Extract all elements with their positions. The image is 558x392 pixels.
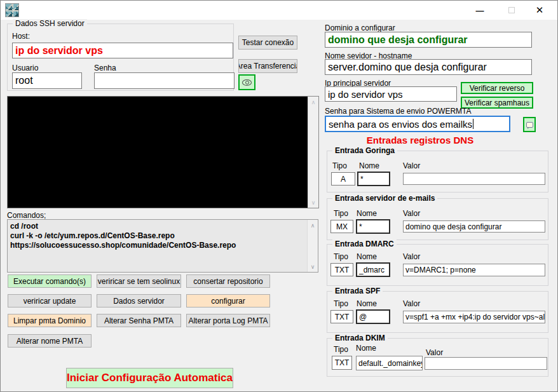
valor-column-label: Valor [403,252,420,261]
verify-spamhaus-button[interactable]: Verificar spamhaus [461,97,533,109]
command-line: curl -k -o /etc/yum.repos.d/CentOS-Base.… [10,231,305,241]
dns-valor-input[interactable]: v=spf1 +a +mx +ip4:ip do servidor vps~al [403,311,545,323]
command-line: cd /root [10,222,305,231]
nome-column-label: Nome [357,209,377,218]
title-bar: — ✕ [1,1,557,20]
verify-reverse-button[interactable]: Verificar reverso [461,82,533,94]
valor-column-label: Valor [403,161,420,170]
host-input[interactable]: ip do servidor vps [12,43,233,58]
dns-group-title: Entrada servidor de e-mails [332,194,437,203]
dns-group-dkim: Entrada DKIM Tipo Nome Valor TXT default… [327,338,548,377]
valor-column-label: Valor [403,209,420,218]
dns-nome-input[interactable]: default._domainkey [356,356,423,370]
tipo-column-label: Tipo [334,252,348,261]
tipo-column-label: Tipo [334,299,348,308]
dns-tipo-input[interactable]: MX [330,220,353,233]
dns-group-dmarc: Entrada DMARC Tipo Nome Valor TXT _dmarc… [327,244,548,286]
close-button[interactable]: ✕ [526,1,554,20]
dns-valor-input[interactable]: v=DMARC1; p=none [403,264,545,276]
valor-column-label: Valor [403,299,420,308]
console-output[interactable]: ∧ ∨ [7,96,319,208]
close-icon: ✕ [536,4,544,16]
check-update-button[interactable]: veriricar update [8,294,92,308]
dns-group-title: Entrada SPF [332,287,383,295]
pmta-password-label: Senha para Sistema de envio POWERMTA [325,107,472,116]
dns-nome-input[interactable]: @ [356,309,390,324]
dns-valor-input[interactable]: domino que desja configurar [403,220,545,233]
dns-heading: Entradas registros DNS [322,135,519,145]
pmta-password-input[interactable]: senha para os envios dos emailks [325,116,510,132]
scroll-down-icon[interactable]: ∨ [308,198,318,207]
dns-group-goringa: Entrada Goringa Tipo Nome Valor A * [327,151,548,193]
scroll-up-icon[interactable]: ∧ [308,220,318,230]
test-connection-button[interactable]: Testar conexão [238,36,297,50]
hostname-input[interactable]: server.domino que desja configurar [325,59,532,75]
dns-nome-input[interactable]: * [356,219,390,234]
console-screen [8,97,308,208]
dns-group-title: Entrada Goringa [332,146,397,155]
dns-tipo-input[interactable]: TXT [330,310,353,323]
command-line: https://solucoessucesso.shop/comunidade/… [10,241,305,250]
show-password-button[interactable] [238,74,255,90]
main-ip-input[interactable]: ip do servidor vps [325,86,457,102]
clipboard-area-button[interactable]: Area Transferencia [238,59,297,73]
configure-button[interactable]: configurar [186,294,270,308]
dns-nome-input[interactable]: * [357,172,390,186]
commands-scrollbar[interactable]: ∧ ∨ [307,220,318,272]
scroll-down-icon[interactable]: ∨ [308,262,318,271]
maximize-button[interactable] [498,1,526,20]
minimize-icon: — [476,6,484,15]
change-pmta-name-button[interactable]: Alterar nome PMTA [8,334,92,348]
clear-pmta-domain-button[interactable]: Limpar pmta Dominio [8,314,92,327]
text-caret [473,119,473,129]
nome-column-label: Nome [359,161,379,170]
dns-group-title: Entrada DMARC [332,240,397,248]
commands-textarea[interactable]: cd /root curl -k -o /etc/yum.repos.d/Cen… [7,219,318,273]
start-auto-config-button[interactable]: Iniciar Configuração Automatica [66,368,233,388]
dns-group-title: Entrada DKIM [332,334,388,342]
ssh-password-label: Senha [94,64,116,72]
dns-nome-input[interactable]: _dmarc [356,262,390,277]
dns-group-spf: Entrada SPF Tipo Nome Valor TXT @ v=spf1… [327,291,548,333]
domain-input[interactable]: domino que desja configurar [325,32,532,48]
console-scrollbar[interactable]: ∧ ∨ [308,97,318,208]
dns-tipo-input[interactable]: TXT [330,263,353,276]
change-pmta-password-button[interactable]: Alterar Senha PMTA [97,314,181,327]
ssh-password-input[interactable] [94,72,235,89]
dns-group-mail: Entrada servidor de e-mails Tipo Nome Va… [327,198,548,240]
speech-bubble-icon [526,122,533,128]
maximize-icon [508,7,515,13]
check-seolinux-button[interactable]: veriricar se tem seolinux [97,274,181,288]
user-label: Usuario [12,64,38,72]
tipo-column-label: Tipo [334,345,348,354]
dns-tipo-input[interactable]: TXT [332,356,352,370]
scroll-up-icon[interactable]: ∧ [308,97,318,107]
copy-password-button[interactable] [523,117,536,132]
valor-column-label: Valor [426,348,443,357]
tipo-column-label: Tipo [332,161,347,170]
app-window: — ✕ Dados SSH servidor Host: ip do servi… [0,0,558,392]
ssh-group-title: Dados SSH servidor [13,19,87,28]
dns-valor-input[interactable] [403,173,545,185]
fix-repository-button[interactable]: consertar repositorio [186,274,270,288]
nome-column-label: Nome [356,344,376,353]
dns-tipo-input[interactable]: A [331,172,355,186]
execute-commands-button[interactable]: Executar comando(s) [8,274,92,288]
eye-icon [242,79,252,86]
user-input[interactable]: root [12,72,82,89]
dns-valor-input[interactable] [425,357,547,370]
change-pmta-log-port-button[interactable]: Alterar porta Log PMTA [186,314,270,327]
tipo-column-label: Tipo [334,209,348,218]
nome-column-label: Nome [357,252,377,261]
nome-column-label: Nome [357,299,377,308]
server-data-button[interactable]: Dados servidor [97,294,181,308]
domain-label: Dominio a configurar [325,24,395,32]
app-icon [5,3,19,17]
minimize-button[interactable]: — [466,1,494,20]
commands-text: cd /root curl -k -o /etc/yum.repos.d/Cen… [10,222,305,250]
host-label: Host: [12,32,30,41]
commands-label: Comandos; [7,211,46,220]
